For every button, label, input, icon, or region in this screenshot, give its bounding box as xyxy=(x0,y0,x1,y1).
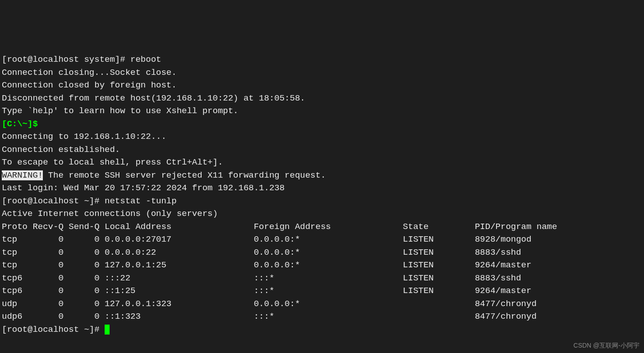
cursor-icon xyxy=(105,325,110,335)
terminal-output[interactable]: [root@localhost system]# rebootConnectio… xyxy=(2,53,642,336)
shell-prompt: [root@localhost system]# xyxy=(2,55,130,64)
output-line: Type `help' to learn how to use Xshell p… xyxy=(2,105,642,118)
netstat-table: Proto Recv-Q Send-Q Local Address Foreig… xyxy=(2,220,642,323)
netstat-title: Active Internet connections (only server… xyxy=(2,207,642,220)
xshell-prompt: [C:\~]$ xyxy=(2,119,43,129)
command-reboot: reboot xyxy=(130,55,161,64)
output-line: Connection established. xyxy=(2,143,642,156)
output-line: Connecting to 192.168.1.10:22... xyxy=(2,130,642,143)
warning-text: The remote SSH server rejected X11 forwa… xyxy=(43,170,326,180)
output-line: To escape to local shell, press Ctrl+Alt… xyxy=(2,156,642,169)
command-netstat: netstat -tunlp xyxy=(105,196,177,206)
output-line: Connection closed by foreign host. xyxy=(2,79,642,92)
last-login-line: Last login: Wed Mar 20 17:57:22 2024 fro… xyxy=(2,182,642,195)
shell-prompt: [root@localhost ~]# xyxy=(2,196,105,206)
watermark-text: CSDN @互联网-小阿宇 xyxy=(574,341,639,350)
output-line: Connection closing...Socket close. xyxy=(2,66,642,79)
shell-prompt: [root@localhost ~]# xyxy=(2,325,105,335)
warning-badge: WARNING! xyxy=(2,170,43,180)
output-line: Disconnected from remote host(192.168.1.… xyxy=(2,92,642,105)
